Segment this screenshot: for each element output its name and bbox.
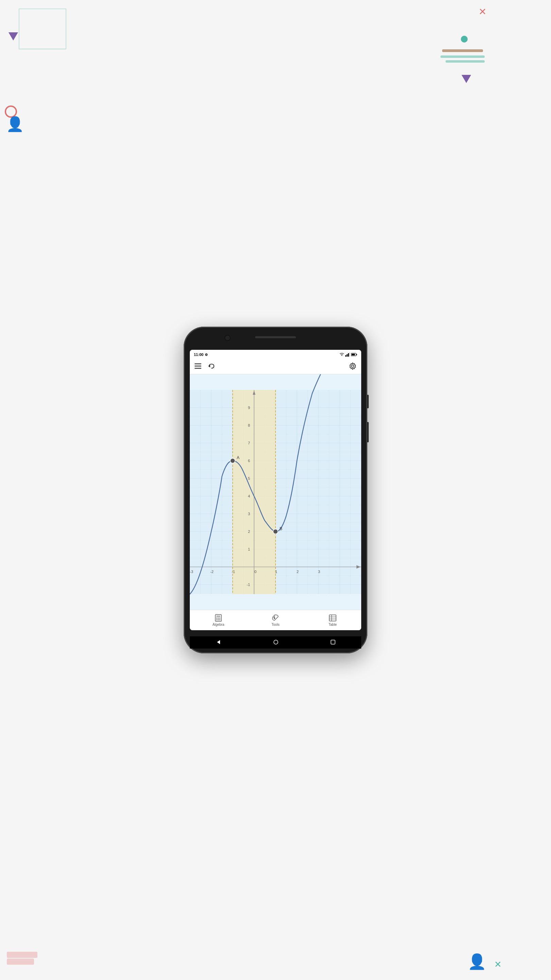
svg-text:2: 2 <box>248 530 250 533</box>
calculator-icon <box>214 614 222 622</box>
bg-rect-red <box>7 952 37 958</box>
svg-text:2: 2 <box>297 570 299 574</box>
screen: 11:00 ⚙ <box>190 350 361 630</box>
battery-icon <box>351 353 357 356</box>
speaker <box>255 336 296 338</box>
svg-text:9: 9 <box>248 406 250 410</box>
svg-text:7: 7 <box>248 441 250 445</box>
menu-icon <box>195 363 202 369</box>
android-recents-button[interactable] <box>330 640 335 646</box>
svg-rect-8 <box>195 363 202 364</box>
svg-rect-87 <box>329 615 336 621</box>
phone-frame: 11:00 ⚙ <box>184 327 367 653</box>
svg-text:-3: -3 <box>190 570 193 574</box>
svg-rect-84 <box>218 619 219 620</box>
svg-marker-91 <box>217 640 220 644</box>
svg-text:-2: -2 <box>210 570 214 574</box>
bg-x-teal: ✕ <box>494 959 502 970</box>
svg-rect-2 <box>346 354 348 356</box>
svg-rect-82 <box>219 617 221 619</box>
settings-icon <box>349 363 356 370</box>
bg-x-icon: ✕ <box>478 6 486 18</box>
bg-triangle-1 <box>8 32 18 40</box>
toolbar-left <box>194 363 216 371</box>
status-time: 11:00 ⚙ <box>194 353 208 356</box>
svg-text:3: 3 <box>318 570 320 574</box>
svg-rect-1 <box>345 355 346 356</box>
status-bar: 11:00 ⚙ <box>190 350 361 360</box>
bg-line-teal-2 <box>446 60 485 63</box>
svg-rect-7 <box>352 354 355 356</box>
bg-circle-pink <box>5 105 17 118</box>
svg-rect-83 <box>216 619 218 620</box>
point-a[interactable] <box>230 458 235 463</box>
status-icons <box>340 353 357 356</box>
wifi-icon <box>340 353 344 356</box>
svg-rect-3 <box>348 353 349 356</box>
svg-text:3: 3 <box>248 512 250 516</box>
nav-item-table[interactable]: Table <box>304 614 361 627</box>
svg-point-86 <box>274 617 275 619</box>
point-b[interactable] <box>273 529 278 534</box>
svg-text:4: 4 <box>248 494 250 498</box>
nav-item-algebra[interactable]: Algebra <box>190 614 247 627</box>
android-home-button[interactable] <box>273 640 279 646</box>
svg-point-12 <box>352 365 354 368</box>
app-toolbar <box>190 360 361 374</box>
recents-icon <box>330 640 335 644</box>
undo-icon <box>208 363 216 369</box>
svg-rect-4 <box>349 353 350 356</box>
svg-rect-80 <box>216 617 218 619</box>
back-icon <box>216 640 221 645</box>
svg-rect-10 <box>195 368 202 369</box>
undo-button[interactable] <box>208 363 216 371</box>
svg-text:5: 5 <box>248 476 250 480</box>
bottom-nav: Algebra Tools Table <box>190 610 361 630</box>
svg-text:6: 6 <box>248 459 250 463</box>
svg-rect-85 <box>219 619 221 620</box>
home-icon <box>273 640 279 645</box>
table-icon <box>329 614 337 622</box>
bg-rect-red-2 <box>7 959 34 965</box>
graph-svg: 9 8 7 6 5 4 3 2 1 -1 -2 -1 0 1 2 3 <box>190 374 361 610</box>
menu-button[interactable] <box>194 363 202 371</box>
time-display: 11:00 <box>194 353 203 356</box>
svg-text:-1: -1 <box>246 582 250 587</box>
svg-text:8: 8 <box>248 423 250 427</box>
svg-rect-79 <box>216 616 221 617</box>
svg-text:A: A <box>237 455 240 460</box>
algebra-label: Algebra <box>213 623 224 627</box>
status-settings-icon: ⚙ <box>205 353 208 356</box>
graph-area[interactable]: 9 8 7 6 5 4 3 2 1 -1 -2 -1 0 1 2 3 <box>190 374 361 610</box>
bg-person-purple: 👤 <box>468 953 486 970</box>
bg-person-teal: 👤 <box>6 116 24 132</box>
tools-icon <box>272 614 279 622</box>
svg-marker-0 <box>341 355 343 356</box>
svg-text:1: 1 <box>275 570 277 574</box>
svg-rect-9 <box>195 366 202 367</box>
table-label: Table <box>329 623 337 627</box>
svg-rect-93 <box>331 640 335 644</box>
tools-label: Tools <box>272 623 279 627</box>
bg-line-teal <box>440 56 485 58</box>
nav-item-tools[interactable]: Tools <box>247 614 304 627</box>
svg-text:-1: -1 <box>232 570 235 574</box>
signal-icon <box>345 353 350 356</box>
volume-button <box>367 395 369 408</box>
camera <box>224 335 230 341</box>
svg-point-92 <box>274 640 278 644</box>
android-nav-bar <box>190 636 361 649</box>
settings-button[interactable] <box>348 362 357 372</box>
power-button <box>367 422 369 442</box>
android-back-button[interactable] <box>216 640 221 646</box>
bg-circle-teal <box>461 36 468 43</box>
svg-text:B: B <box>279 527 282 531</box>
svg-text:1: 1 <box>248 547 250 551</box>
bg-grid-1 <box>19 8 66 49</box>
svg-rect-81 <box>218 617 219 619</box>
bg-line-brown <box>442 49 483 52</box>
svg-rect-6 <box>356 354 357 355</box>
bg-triangle-2 <box>462 75 471 83</box>
svg-text:0: 0 <box>254 570 256 574</box>
